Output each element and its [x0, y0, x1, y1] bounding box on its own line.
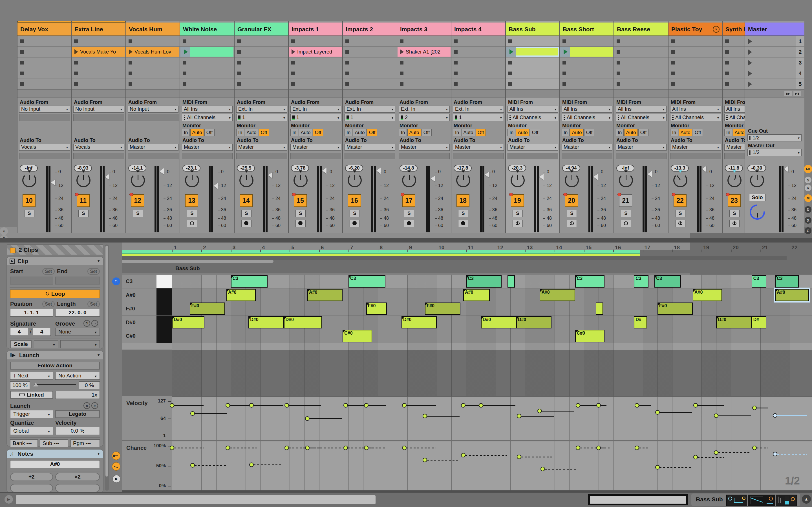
velocity-marker[interactable] [517, 414, 521, 418]
collapse-scenes-icon[interactable]: ▼ [0, 227, 8, 235]
piano-key-white[interactable] [156, 275, 172, 288]
volume-fader[interactable] [51, 179, 55, 186]
cue-out-select[interactable]: 1/2 [748, 134, 802, 142]
output-select[interactable]: Master [507, 144, 558, 151]
input-channel-select[interactable]: All Channels [182, 114, 233, 121]
velocity-marker[interactable] [343, 403, 348, 407]
program-field[interactable]: Pgm --- [70, 439, 100, 447]
volume-fader[interactable] [268, 172, 272, 178]
solo-button[interactable]: S [350, 210, 360, 217]
clip-slot[interactable] [451, 36, 505, 47]
piano-key-black[interactable] [156, 329, 172, 343]
midi-note[interactable] [507, 275, 515, 288]
clip-stop-icon[interactable] [400, 40, 403, 43]
track-activator[interactable]: 11 [77, 194, 90, 207]
clip-stop-icon[interactable] [237, 82, 241, 86]
midi-note[interactable] [596, 302, 603, 315]
launch-section-header[interactable]: ‖▶ Launch ▼ [7, 351, 103, 359]
clip-slot[interactable] [397, 68, 451, 79]
clip-slot[interactable] [506, 36, 560, 47]
piano-key-black[interactable] [156, 302, 172, 316]
input-channel-select[interactable]: All Channels [616, 114, 666, 121]
arm-button[interactable] [675, 220, 686, 227]
linked-toggle[interactable]: Linked [10, 391, 53, 399]
clip-slot[interactable] [614, 47, 668, 57]
toggle-c[interactable]: C [805, 227, 811, 234]
track-header[interactable]: Granular FX [235, 22, 289, 36]
velocity-marker[interactable] [285, 403, 289, 407]
clip-slot[interactable] [668, 36, 722, 47]
clip-slot[interactable] [668, 68, 722, 79]
toggle-s[interactable]: S [805, 177, 811, 183]
midi-note[interactable]: C3 [231, 275, 267, 288]
pan-knob[interactable] [348, 173, 362, 187]
session-clip[interactable] [560, 47, 613, 57]
velocity-marker[interactable] [190, 411, 195, 416]
pan-knob[interactable] [727, 173, 742, 187]
midi-note[interactable]: A#0 [463, 289, 490, 301]
input-type-select[interactable]: Ext. In [345, 106, 395, 113]
velocity-marker[interactable] [170, 403, 174, 407]
toggle-m[interactable]: M [804, 194, 812, 202]
output-select[interactable]: Master [616, 144, 666, 151]
velocity-lane[interactable] [122, 396, 812, 440]
midi-note[interactable]: D# [634, 316, 647, 329]
clip-slot[interactable] [506, 68, 560, 79]
monitor-auto-button[interactable]: Auto [516, 129, 529, 136]
clip-slot[interactable] [560, 57, 614, 68]
clip-stop-icon[interactable] [454, 82, 458, 86]
clip-slot[interactable] [180, 36, 234, 47]
clip-slot[interactable] [71, 68, 125, 79]
monitor-in-button[interactable]: In [236, 129, 244, 136]
arm-button[interactable] [513, 220, 523, 227]
loop-toggle[interactable]: ↻ Loop [10, 290, 100, 298]
monitor-in-button[interactable]: In [562, 129, 569, 136]
toggle-r[interactable]: R [805, 184, 811, 191]
clip-stop-icon[interactable] [562, 82, 566, 86]
chance-marker[interactable] [635, 446, 639, 450]
pan-knob[interactable] [77, 173, 91, 187]
clip-slot[interactable] [17, 79, 71, 90]
output-select[interactable]: Master [562, 144, 612, 151]
clip-slot[interactable]: Impact Layered [289, 47, 343, 57]
clip-slot[interactable] [397, 57, 451, 68]
chance-marker[interactable] [655, 465, 660, 469]
end-field[interactable]: . . [55, 277, 100, 284]
set-length-button[interactable]: Set [87, 301, 100, 307]
velocity-marker[interactable] [596, 403, 601, 407]
arm-button[interactable] [241, 220, 252, 227]
clip-stop-icon[interactable] [562, 40, 566, 43]
clip-stop-icon[interactable] [617, 71, 620, 75]
monitor-off-button[interactable]: Off [421, 129, 432, 136]
monitor-auto-button[interactable]: Auto [624, 129, 638, 136]
midi-note[interactable]: C#0 [575, 330, 605, 342]
clip-stop-icon[interactable] [400, 82, 403, 86]
clip-stop-icon[interactable] [183, 71, 186, 75]
clip-slot[interactable] [614, 36, 668, 47]
arm-button[interactable] [458, 220, 468, 227]
track-header[interactable]: Plastic Toy▼ [668, 22, 722, 36]
velocity-marker[interactable] [773, 413, 777, 418]
clip-slot[interactable] [180, 47, 234, 57]
clip-slot[interactable] [17, 36, 71, 47]
show-info-icon[interactable]: ▶ [4, 495, 13, 504]
clip-slot[interactable] [451, 68, 505, 79]
clip-stop-icon[interactable] [129, 71, 132, 75]
clip-slot[interactable] [17, 68, 71, 79]
clip-slot[interactable] [180, 68, 234, 79]
chance-slider-handle[interactable] [33, 383, 38, 386]
follow-multiplier-field[interactable]: 1x [55, 391, 100, 399]
clip-slot[interactable] [235, 79, 289, 90]
clip-stop-icon[interactable] [454, 61, 458, 64]
clip-slot[interactable] [17, 57, 71, 68]
chance-marker[interactable] [343, 446, 348, 450]
input-type-select[interactable]: Ext. In [399, 106, 450, 113]
clip-slot[interactable] [397, 36, 451, 47]
monitor-off-button[interactable]: Off [313, 129, 323, 136]
input-channel-select[interactable]: 1 [453, 114, 504, 121]
midi-note[interactable]: A#0 [693, 289, 722, 301]
output-select[interactable]: Master [290, 144, 341, 151]
chance-lane-icon[interactable]: •‥ [112, 462, 120, 471]
pan-knob[interactable] [239, 173, 253, 187]
velocity-marker[interactable] [364, 403, 368, 407]
